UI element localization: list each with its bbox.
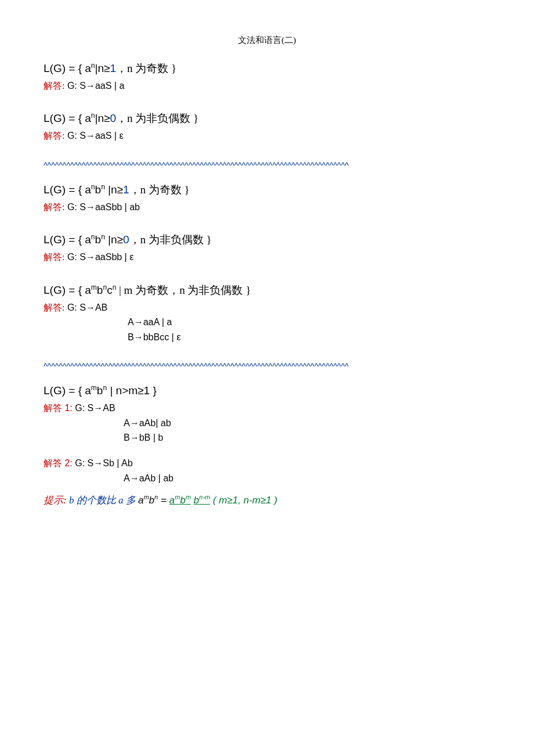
lg-cn: ，n 为非负偶数 } [129, 234, 212, 246]
underline-1: ambm [169, 495, 191, 506]
f-eq: = [158, 495, 169, 506]
grammar-line-2: A→aaA | a [44, 315, 490, 330]
language-def: L(G) = { anbn |n≥1，n 为奇数 } [44, 182, 490, 199]
sup-n2: n [101, 233, 105, 241]
answer: 解答: G: S→aaS | ε [44, 128, 490, 143]
answer-text: G: S→Sb | Ab [75, 458, 132, 468]
lg-mid: |n≥ [95, 113, 110, 125]
problem-3: L(G) = { anbn |n≥1，n 为奇数 } 解答: G: S→aaSb… [44, 182, 490, 214]
lg-num: 0 [110, 113, 116, 125]
lg-b: b [97, 385, 103, 397]
hint-label: 提示: [44, 495, 69, 506]
hint-paren: ( m≥1, n-m≥1 ) [210, 495, 277, 506]
language-def: L(G) = { ambncn | m 为奇数，n 为非负偶数 } [44, 282, 490, 299]
lg-text: L(G) = { a [44, 183, 91, 196]
answer-label: 解答: [44, 202, 64, 212]
grammar-line-2: A→aAb| ab [44, 416, 490, 431]
doc-title: 文法和语言(二) [44, 35, 490, 46]
u2-sup-nm: n-m [199, 494, 210, 501]
language-def: L(G) = { an|n≥0，n 为非负偶数 } [44, 110, 490, 127]
answer-label: 解答: [44, 131, 64, 141]
sup-m: m [91, 384, 97, 392]
lg-b: b [95, 183, 102, 196]
lg-text: L(G) = { a [44, 284, 91, 296]
answer-label: 解答 [44, 403, 62, 413]
grammar-line-2: A→aAb | ab [44, 471, 490, 486]
answer-label: 解答: [44, 303, 64, 312]
hint-formula: ambn = ambm bn-m [138, 495, 210, 506]
answer-text: G: S→aaSbb | ε [64, 252, 134, 262]
lg-num: 0 [123, 234, 129, 246]
problem-5: L(G) = { ambncn | m 为奇数，n 为非负偶数 } 解答: G:… [44, 282, 490, 345]
lg-mid: |n≥ [105, 234, 123, 246]
lg-mid: |n≥ [95, 62, 110, 74]
sup-n: n [91, 183, 95, 191]
f-sup-m: m [143, 494, 149, 501]
answer-label: 解答 [44, 458, 62, 468]
u-b: b [180, 495, 185, 506]
answer-label: 解答: [44, 252, 64, 262]
u-sup-m2: m [186, 494, 191, 501]
problem-4: L(G) = { anbn |n≥0，n 为非负偶数 } 解答: G: S→aa… [44, 232, 490, 264]
lg-text: L(G) = { a [44, 385, 91, 397]
hint-text: b 的个数比 a 多 [69, 495, 138, 506]
lg-rest: | n>m≥1 } [107, 385, 157, 397]
lg-cn: ，n 为奇数 } [129, 183, 190, 196]
answer-text: G: S→AB [75, 403, 115, 413]
problem-2: L(G) = { an|n≥0，n 为非负偶数 } 解答: G: S→aaS |… [44, 110, 490, 143]
separator: ^^^^^^^^^^^^^^^^^^^^^^^^^^^^^^^^^^^^^^^^… [44, 362, 490, 371]
lg-c: c [107, 284, 113, 296]
answer-num: 1: [62, 403, 75, 413]
sup-m: m [91, 283, 97, 291]
answer: 解答: G: S→aaSbb | ab [44, 200, 490, 215]
lg-cn: ，n 为奇数 } [116, 62, 176, 74]
u-sup-m: m [175, 494, 180, 501]
answer: 解答: G: S→aaS | a [44, 78, 490, 93]
lg-b: b [95, 234, 102, 246]
sup-n2: n [101, 183, 105, 191]
problem-1: L(G) = { an|n≥1，n 为奇数 } 解答: G: S→aaS | a [44, 60, 490, 93]
f-a: a [138, 495, 143, 506]
u-a: a [169, 495, 175, 506]
u2-b: b [194, 495, 199, 506]
lg-num: 1 [110, 62, 116, 74]
lg-text: L(G) = { a [44, 234, 91, 246]
language-def: L(G) = { an|n≥1，n 为奇数 } [44, 60, 490, 77]
answer-label: 解答: [44, 81, 64, 91]
answer: 解答: G: S→AB [44, 300, 490, 315]
lg-text: L(G) = { a [44, 113, 91, 125]
underline-2: bn-m [194, 495, 210, 506]
answer-num: 2: [62, 458, 75, 468]
sup-n: n [91, 62, 95, 70]
lg-num: 1 [123, 183, 129, 196]
language-def: L(G) = { ambn | n>m≥1 } [44, 383, 490, 399]
lg-cn: | m 为奇数，n 为非负偶数 } [116, 284, 251, 296]
answer-text: G: S→aaS | a [64, 81, 124, 91]
answer: 解答: G: S→aaSbb | ε [44, 250, 490, 265]
answer-1: 解答 1: G: S→AB [44, 401, 490, 416]
sup-n: n [91, 233, 95, 241]
answer-text: G: S→aaSbb | ab [64, 202, 140, 212]
problem-6-ans2: 解答 2: G: S→Sb | Ab A→aAb | ab [44, 456, 490, 485]
answer-text: G: S→AB [64, 303, 107, 312]
lg-mid: |n≥ [105, 183, 123, 196]
grammar-line-3: B→bbBcc | ε [44, 330, 490, 345]
f-b: b [149, 495, 154, 506]
lg-cn: ，n 为非负偶数 } [116, 113, 199, 125]
lg-text: L(G) = { a [44, 62, 91, 74]
separator: ^^^^^^^^^^^^^^^^^^^^^^^^^^^^^^^^^^^^^^^^… [44, 161, 490, 170]
lg-b: b [97, 284, 103, 296]
sup-n: n [91, 111, 95, 120]
answer-2: 解答 2: G: S→Sb | Ab [44, 456, 490, 471]
grammar-line-3: B→bB | b [44, 430, 490, 445]
language-def: L(G) = { anbn |n≥0，n 为非负偶数 } [44, 232, 490, 249]
hint: 提示: b 的个数比 a 多 ambn = ambm bn-m ( m≥1, n… [44, 492, 490, 507]
problem-6: L(G) = { ambn | n>m≥1 } 解答 1: G: S→AB A→… [44, 383, 490, 445]
answer-text: G: S→aaS | ε [64, 131, 123, 141]
